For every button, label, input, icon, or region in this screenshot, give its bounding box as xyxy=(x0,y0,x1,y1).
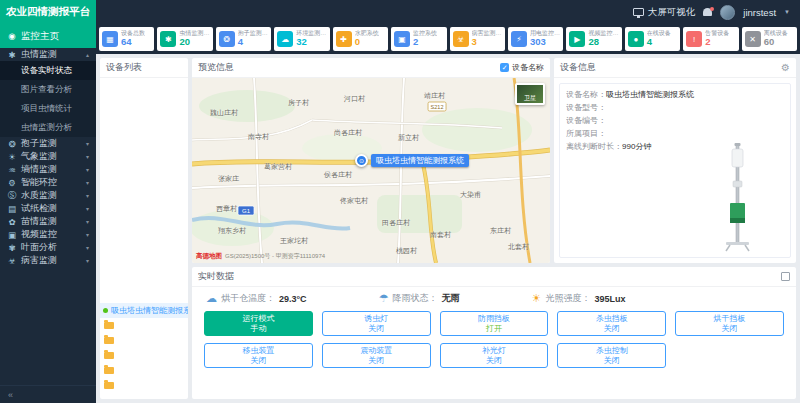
stat-card[interactable]: ✚水肥系统0 xyxy=(333,27,388,51)
stat-card[interactable]: ☁环境监测设备32 xyxy=(274,27,329,51)
map-place-label: 东庄村 xyxy=(490,226,511,236)
device-control-tile[interactable]: 杀虫控制关闭 xyxy=(557,343,666,368)
device-map-pin-label[interactable]: 吸虫塔虫情智能测报系统 xyxy=(371,154,469,167)
tile-value: 打开 xyxy=(486,324,502,334)
stat-info: 视频监控设备28 xyxy=(588,30,618,48)
sidebar-item[interactable]: ⚙智能环控▾ xyxy=(0,176,96,189)
chevron-down-icon[interactable]: ▼ xyxy=(784,9,790,15)
device-name-checkbox[interactable]: ✓ 设备名称 xyxy=(500,62,544,73)
device-control-tile[interactable]: 诱虫灯关闭 xyxy=(322,311,431,336)
tile-label: 震动装置 xyxy=(360,346,392,356)
stat-card[interactable]: ▦设备总数64 xyxy=(99,27,154,51)
tile-label: 移虫装置 xyxy=(242,346,274,356)
tile-label: 运行模式 xyxy=(242,314,274,324)
sidebar-item[interactable]: ✾叶面分析▾ xyxy=(0,241,96,254)
sidebar-item[interactable]: Ⓢ水质监测▾ xyxy=(0,189,96,202)
device-control-tile[interactable]: 防雨挡板打开 xyxy=(440,311,549,336)
stat-card[interactable]: ●在线设备4 xyxy=(625,27,680,51)
device-control-tile[interactable]: 震动装置关闭 xyxy=(322,343,431,368)
sensor-label: 烘干仓温度： xyxy=(221,292,275,305)
username[interactable]: jinrstest xyxy=(743,7,776,18)
info-row-value: 990分钟 xyxy=(622,142,651,151)
map-layer-switcher[interactable]: 卫星 xyxy=(515,83,545,105)
disease-icon: ☣ xyxy=(7,256,17,266)
big-screen-link[interactable]: 大屏可视化 xyxy=(633,6,696,19)
sidebar-item-label: 苗情监测 xyxy=(21,215,57,228)
checkbox-checked-icon: ✓ xyxy=(500,63,509,72)
sidebar-item[interactable]: ▣视频监控▾ xyxy=(0,228,96,241)
stat-info: 环境监测设备32 xyxy=(296,30,326,48)
map-place-label: 张家庄 xyxy=(218,174,239,184)
sidebar-item-home[interactable]: ◉ 监控主页 xyxy=(0,24,96,48)
folder-icon xyxy=(104,382,114,389)
stat-card[interactable]: ❂孢子监测设备4 xyxy=(216,27,271,51)
gear-icon[interactable]: ⚙ xyxy=(781,62,790,73)
map-layer-label: 卫星 xyxy=(524,94,536,103)
info-row-label: 离线判断时长： xyxy=(566,142,622,151)
stat-card[interactable]: ✕离线设备60 xyxy=(742,27,797,51)
sidebar-item[interactable]: ✱虫情监测▴ xyxy=(0,48,96,61)
chevron-up-icon: ▴ xyxy=(86,51,89,58)
device-control-tile[interactable]: 运行模式手动 xyxy=(204,311,313,336)
device-control-tile[interactable]: 烘干挡板关闭 xyxy=(675,311,784,336)
sidebar-subitem[interactable]: 设备实时状态 xyxy=(0,61,96,80)
stat-card[interactable]: !告警设备2 xyxy=(683,27,738,51)
stat-card[interactable]: ▣监控系统2 xyxy=(391,27,446,51)
sidebar-item[interactable]: ▤试纸检测▾ xyxy=(0,202,96,215)
sidebar-item-label: 孢子监测 xyxy=(21,137,57,150)
tree-folder-item[interactable] xyxy=(100,348,188,363)
info-row-label: 设备型号： xyxy=(566,103,606,112)
user-avatar[interactable] xyxy=(720,5,735,20)
sensor-reading: ☁烘干仓温度：29.3°C xyxy=(206,292,307,305)
svg-text:S212: S212 xyxy=(431,104,444,110)
stat-card[interactable]: ☣病害监测系统3 xyxy=(450,27,505,51)
device-tree-active-item[interactable]: 吸虫塔虫情智能测报系统 xyxy=(100,303,188,318)
sidebar-subitem[interactable]: 图片查看分析 xyxy=(0,80,96,99)
stat-info: 离线设备60 xyxy=(764,30,788,48)
device-map-pin[interactable]: ⊙ xyxy=(355,154,368,167)
device-control-tile[interactable]: 移虫装置关闭 xyxy=(204,343,313,368)
stat-card[interactable]: ✱虫情监测设备20 xyxy=(157,27,212,51)
stat-card[interactable]: ▶视频监控设备28 xyxy=(566,27,621,51)
tree-folder-item[interactable] xyxy=(100,363,188,378)
device-photo xyxy=(718,141,758,253)
sidebar-subitem[interactable]: 虫情监测分析 xyxy=(0,118,96,137)
tree-folder-item[interactable] xyxy=(100,318,188,333)
map-attribution: 高德地图 GS(2025)1500号 - 甲测资字11110974 xyxy=(196,252,325,261)
weather-icon: ☀ xyxy=(7,152,17,162)
sidebar-item[interactable]: ☣病害监测▾ xyxy=(0,254,96,267)
device-control-tile[interactable]: 补光灯关闭 xyxy=(440,343,549,368)
device-control-tile[interactable]: 杀虫挡板关闭 xyxy=(557,311,666,336)
tile-label: 补光灯 xyxy=(482,346,506,356)
map-place-label: 葛家营村 xyxy=(264,162,292,172)
tree-folder-item[interactable] xyxy=(100,378,188,393)
sidebar-collapse-icon[interactable]: « xyxy=(0,385,96,403)
chevron-down-icon: ▾ xyxy=(86,192,89,199)
online-status-dot xyxy=(103,308,108,313)
sun-icon: ☀ xyxy=(532,292,542,305)
chevron-down-icon: ▾ xyxy=(86,244,89,251)
sidebar-item-label: 气象监测 xyxy=(21,150,57,163)
map-place-label: 大染甫 xyxy=(460,190,481,200)
sidebar-item[interactable]: ☀气象监测▾ xyxy=(0,150,96,163)
stat-value: 28 xyxy=(588,37,618,48)
tile-value: 关闭 xyxy=(486,356,502,366)
sidebar-item[interactable]: ✿苗情监测▾ xyxy=(0,215,96,228)
map-place-label: 房子村 xyxy=(288,98,309,108)
info-row-value: 吸虫塔虫情智能测报系统 xyxy=(606,90,694,99)
sidebar-item[interactable]: ❂孢子监测▾ xyxy=(0,137,96,150)
map-canvas[interactable]: G1 S212 魏山庄村房子村河口村靖庄村南寺村尚各庄村新立村葛家营村张家庄侯各… xyxy=(192,78,550,263)
tile-value: 关闭 xyxy=(250,356,266,366)
video-device-icon: ▶ xyxy=(569,31,585,47)
stat-value: 20 xyxy=(179,37,209,48)
map-place-label: 南寺村 xyxy=(248,132,269,142)
sidebar-subitem[interactable]: 项目虫情统计 xyxy=(0,99,96,118)
stat-card[interactable]: ⚡用电监控开关303 xyxy=(508,27,563,51)
tree-folder-item[interactable] xyxy=(100,333,188,348)
power-switch-icon: ⚡ xyxy=(511,31,527,47)
map-place-label: 河口村 xyxy=(344,94,365,104)
sidebar-submenu: 设备实时状态图片查看分析项目虫情统计虫情监测分析 xyxy=(0,61,96,137)
fullscreen-icon[interactable] xyxy=(781,272,790,281)
notification-bell-icon[interactable] xyxy=(703,8,712,16)
sidebar-item[interactable]: ♒墒情监测▾ xyxy=(0,163,96,176)
